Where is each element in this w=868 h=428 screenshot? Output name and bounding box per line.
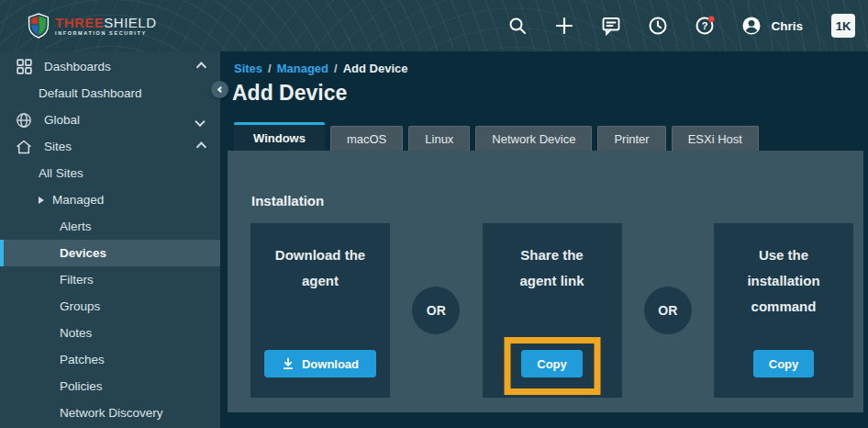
history-icon[interactable] [647, 15, 669, 37]
tab-printer[interactable]: Printer [597, 126, 665, 151]
svg-text:?: ? [702, 20, 708, 31]
1k-badge[interactable]: 1K [831, 14, 855, 38]
download-agent-card: Download the agent Download [250, 223, 390, 398]
sidebar-item-label: All Sites [39, 166, 83, 180]
chevron-down-icon [195, 116, 205, 126]
chevron-left-icon [217, 86, 224, 93]
sidebar-item-label: Default Dashboard [39, 86, 142, 100]
installation-panel: Installation Download the agent Download… [228, 151, 863, 412]
breadcrumb-separator: / [268, 62, 272, 75]
shield-logo-icon [28, 13, 50, 39]
copy-command-button[interactable]: Copy [753, 350, 815, 377]
sidebar-item-devices[interactable]: Devices [0, 240, 220, 266]
brand-name: THREESHIELD [55, 16, 157, 29]
notification-dot [708, 16, 715, 22]
sidebar-item-alerts[interactable]: Alerts [0, 213, 220, 240]
sidebar: Dashboards Default Dashboard Global Site… [0, 51, 220, 428]
or-separator: OR [644, 287, 692, 334]
card-title: Download the agent [275, 242, 365, 294]
chevron-up-icon [196, 62, 206, 72]
sidebar-item-global[interactable]: Global [0, 107, 220, 133]
sidebar-item-label: Managed [52, 193, 104, 207]
brand-tagline: INFORMATION SECURITY [55, 31, 157, 37]
home-icon [16, 139, 32, 155]
sidebar-item-label: Groups [60, 299, 100, 313]
sidebar-item-managed[interactable]: Managed [0, 186, 220, 213]
sidebar-item-label: Global [44, 113, 80, 127]
installation-options: Download the agent Download OR Share the [250, 223, 853, 398]
sidebar-item-groups[interactable]: Groups [0, 293, 220, 320]
search-icon[interactable] [506, 15, 529, 37]
avatar-icon [740, 15, 762, 37]
sidebar-item-all-sites[interactable]: All Sites [0, 160, 220, 186]
card-title-line: Use the [747, 242, 819, 268]
sidebar-item-notes[interactable]: Notes [0, 320, 220, 346]
tab-linux[interactable]: Linux [408, 126, 470, 151]
card-title-line: agent [275, 268, 365, 294]
page-title: Add Device [232, 81, 347, 106]
threeshield-logo: THREESHIELD INFORMATION SECURITY [28, 13, 157, 39]
sidebar-item-policies[interactable]: Policies [0, 373, 220, 400]
user-name: Chris [771, 19, 803, 33]
chevron-up-icon [196, 141, 206, 152]
tab-windows[interactable]: Windows [234, 122, 325, 151]
sidebar-item-label: Alerts [60, 220, 92, 233]
share-agent-link-card: Share the agent link Copy [483, 223, 622, 398]
card-title-line: Share the [519, 242, 584, 268]
card-title-line: Download the [275, 242, 365, 268]
messages-icon[interactable] [600, 15, 622, 37]
dashboard-grid-icon [16, 59, 32, 75]
card-title-line: agent link [519, 268, 584, 294]
copy-link-button[interactable]: Copy [521, 350, 583, 377]
breadcrumb-current: Add Device [343, 62, 408, 75]
main-content: Sites / Managed / Add Device Add Device … [220, 51, 868, 428]
topbar: THREESHIELD INFORMATION SECURITY [0, 0, 868, 51]
breadcrumb-sites[interactable]: Sites [234, 62, 262, 75]
sidebar-item-filters[interactable]: Filters [0, 266, 220, 293]
sidebar-item-sites[interactable]: Sites [0, 133, 220, 160]
installation-heading: Installation [251, 193, 853, 208]
expand-triangle-icon [39, 197, 44, 204]
sidebar-item-label: Sites [44, 140, 72, 153]
sidebar-item-default-dashboard[interactable]: Default Dashboard [0, 80, 220, 107]
help-icon[interactable]: ? [694, 15, 716, 37]
or-separator: OR [412, 287, 460, 334]
download-button[interactable]: Download [264, 350, 376, 377]
os-tabs: Windows macOS Linux Network Device Print… [234, 122, 759, 151]
card-title-line: installation [747, 268, 819, 294]
sidebar-item-label: Network Discovery [60, 406, 163, 420]
card-title: Use the installation command [747, 242, 819, 320]
sidebar-item-label: Dashboards [44, 60, 111, 73]
card-title-line: command [747, 294, 819, 320]
installation-command-card: Use the installation command Copy [714, 223, 853, 398]
download-icon [282, 357, 295, 370]
sidebar-item-label: Patches [60, 353, 105, 366]
brand-three: THREE [55, 15, 104, 30]
account-menu[interactable]: Chris [740, 15, 803, 37]
brand-shield: SHIELD [104, 15, 156, 30]
breadcrumb-managed[interactable]: Managed [277, 62, 328, 75]
sidebar-item-label: Filters [60, 273, 94, 287]
tab-macos[interactable]: macOS [330, 126, 403, 151]
breadcrumb-separator: / [334, 62, 338, 75]
sidebar-collapse-button[interactable] [211, 81, 228, 98]
tab-network-device[interactable]: Network Device [475, 126, 592, 151]
add-icon[interactable] [553, 15, 575, 37]
sidebar-item-network-discovery[interactable]: Network Discovery [0, 400, 220, 426]
sidebar-item-label: Notes [60, 326, 92, 340]
sidebar-item-patches[interactable]: Patches [0, 346, 220, 373]
sidebar-item-label: Policies [60, 379, 103, 393]
breadcrumb: Sites / Managed / Add Device [234, 62, 407, 75]
globe-icon [16, 112, 32, 129]
tab-esxi-host[interactable]: ESXi Host [672, 126, 759, 151]
sidebar-item-label: Devices [60, 246, 106, 260]
card-title: Share the agent link [519, 242, 584, 294]
sidebar-item-dashboards[interactable]: Dashboards [0, 53, 220, 80]
download-button-label: Download [302, 357, 359, 371]
